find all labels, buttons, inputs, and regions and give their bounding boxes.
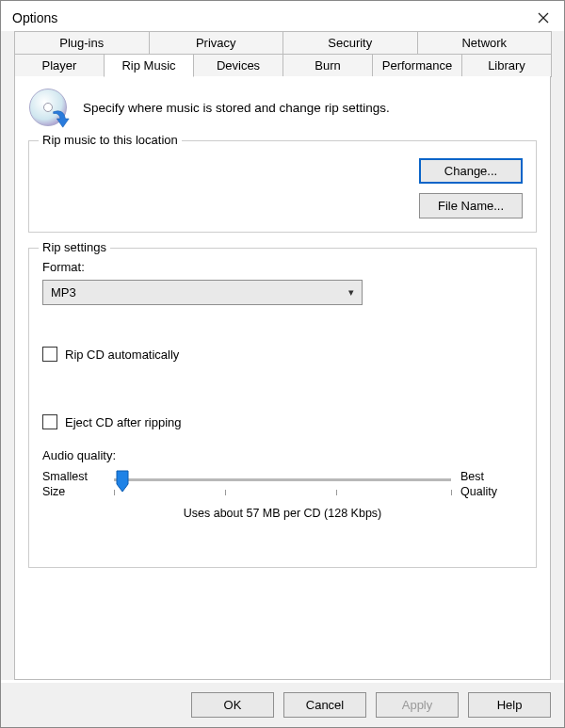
tab-burn[interactable]: Burn bbox=[282, 54, 373, 77]
change-button[interactable]: Change... bbox=[419, 158, 523, 184]
tab-row-1: Plug-ins Privacy Security Network bbox=[14, 31, 551, 54]
tab-performance[interactable]: Performance bbox=[372, 54, 462, 77]
tab-plugins[interactable]: Plug-ins bbox=[14, 31, 150, 55]
apply-button[interactable]: Apply bbox=[376, 692, 459, 718]
rip-location-group: Rip music to this location Change... Fil… bbox=[28, 140, 537, 233]
close-icon bbox=[538, 12, 549, 24]
format-label: Format: bbox=[42, 260, 523, 274]
file-name-button[interactable]: File Name... bbox=[419, 193, 523, 218]
intro-text: Specify where music is stored and change… bbox=[83, 101, 390, 115]
rip-auto-row[interactable]: Rip CD automatically bbox=[42, 347, 523, 362]
cd-rip-icon bbox=[28, 88, 68, 127]
slider-right-line1: Best bbox=[460, 470, 523, 485]
dialog-footer: OK Cancel Apply Help bbox=[1, 683, 564, 727]
usage-text: Uses about 57 MB per CD (128 Kbps) bbox=[42, 507, 523, 520]
window-title: Options bbox=[12, 10, 57, 25]
tab-library[interactable]: Library bbox=[461, 54, 552, 77]
format-select[interactable]: MP3 ▾ bbox=[42, 280, 363, 305]
chevron-down-icon: ▾ bbox=[348, 286, 354, 299]
slider-thumb[interactable] bbox=[114, 469, 131, 493]
rip-settings-legend: Rip settings bbox=[39, 240, 110, 254]
quality-slider[interactable] bbox=[114, 471, 451, 499]
quality-slider-row: Smallest Size bbox=[42, 470, 523, 499]
tabs: Plug-ins Privacy Security Network Player… bbox=[14, 31, 551, 76]
rip-auto-checkbox[interactable] bbox=[42, 347, 57, 362]
eject-label: Eject CD after ripping bbox=[65, 415, 182, 429]
slider-right-line2: Quality bbox=[460, 485, 523, 500]
tab-row-2: Player Rip Music Devices Burn Performanc… bbox=[14, 54, 551, 76]
tab-player[interactable]: Player bbox=[14, 54, 105, 77]
rip-music-panel: Specify where music is stored and change… bbox=[14, 76, 551, 680]
rip-location-legend: Rip music to this location bbox=[39, 133, 182, 147]
slider-right-caption: Best Quality bbox=[460, 470, 523, 499]
slider-left-line1: Smallest bbox=[42, 470, 105, 485]
ok-button[interactable]: OK bbox=[191, 692, 274, 718]
rip-auto-label: Rip CD automatically bbox=[65, 348, 179, 362]
format-selected-value: MP3 bbox=[51, 285, 76, 299]
help-button[interactable]: Help bbox=[468, 692, 551, 718]
tab-network[interactable]: Network bbox=[417, 31, 553, 55]
rip-settings-group: Rip settings Format: MP3 ▾ Rip CD automa… bbox=[28, 248, 537, 568]
dialog-body: Plug-ins Privacy Security Network Player… bbox=[1, 31, 564, 680]
eject-checkbox[interactable] bbox=[42, 414, 57, 429]
tab-privacy[interactable]: Privacy bbox=[149, 31, 284, 55]
tab-security[interactable]: Security bbox=[282, 31, 418, 55]
options-window: Options Plug-ins Privacy Security Networ… bbox=[0, 0, 565, 728]
intro-row: Specify where music is stored and change… bbox=[28, 88, 537, 127]
tab-devices[interactable]: Devices bbox=[193, 54, 283, 77]
cancel-button[interactable]: Cancel bbox=[283, 692, 366, 718]
eject-row[interactable]: Eject CD after ripping bbox=[42, 414, 523, 429]
tab-rip-music[interactable]: Rip Music bbox=[104, 54, 194, 77]
audio-quality-label: Audio quality: bbox=[42, 448, 523, 462]
slider-left-line2: Size bbox=[42, 485, 105, 500]
title-bar: Options bbox=[1, 1, 564, 35]
slider-left-caption: Smallest Size bbox=[42, 470, 105, 499]
close-button[interactable] bbox=[532, 7, 555, 29]
